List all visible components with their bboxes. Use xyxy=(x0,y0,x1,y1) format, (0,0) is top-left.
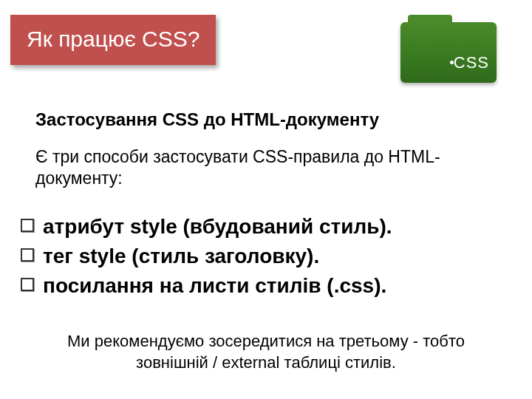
list-item: тег style (стиль заголовку). xyxy=(21,242,508,270)
list-item-text: тег style (стиль заголовку). xyxy=(43,242,319,270)
list-item-text: атрибут style (вбудований стиль). xyxy=(43,213,392,241)
folder-shape: CSS xyxy=(400,22,497,83)
section-subtitle: Застосування CSS до HTML-документу xyxy=(35,109,379,130)
list-item: посилання на листи стилів (.css). xyxy=(21,272,508,300)
intro-text: Є три способи застосувати CSS-правила до… xyxy=(35,146,479,189)
square-bullet-icon xyxy=(21,278,34,291)
square-bullet-icon xyxy=(21,219,34,232)
icon-text: CSS xyxy=(454,53,489,72)
square-bullet-icon xyxy=(21,248,34,262)
css-folder-icon: CSS xyxy=(400,16,497,83)
recommendation-text: Ми рекомендуємо зосередитися на третьому… xyxy=(0,331,532,373)
list-item-text: посилання на листи стилів (.css). xyxy=(43,272,386,300)
list-item: атрибут style (вбудований стиль). xyxy=(21,213,508,241)
slide-title: Як працює CSS? xyxy=(10,15,216,65)
methods-list: атрибут style (вбудований стиль). тег st… xyxy=(21,213,508,301)
